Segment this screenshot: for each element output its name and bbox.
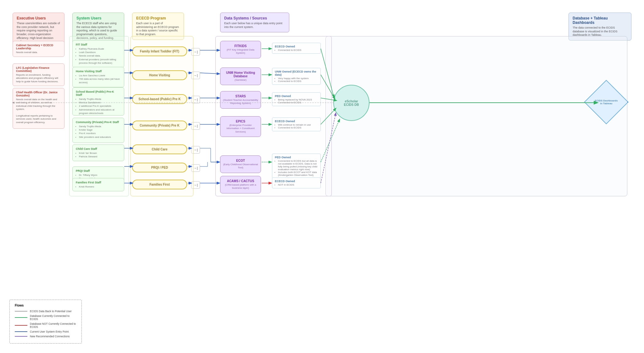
eceop-title: ECECD Program	[136, 16, 180, 20]
exec-card-lfc: LFC (Legislative Finance Committee) Repo…	[13, 63, 64, 86]
legend-label-purple: New Recommended Connections	[30, 335, 70, 338]
data-header: Data Systems / Sources Each user below h…	[220, 13, 289, 32]
db-title: Database + Tableau Dashboards	[573, 16, 627, 25]
legend-item-blue: Current User System Entry Point	[15, 330, 76, 333]
exec-title: Executive Users	[17, 16, 60, 20]
legend-label-gray: ECIDS Data Back to Potential User	[30, 310, 72, 313]
exec-card-chiefhealth-title: Chief Health Officer (Dr. Janice Gonzale…	[16, 91, 61, 97]
legend: Flows ECIDS Data Back to Potential User …	[9, 300, 82, 344]
eceop-desc: Each user is a part of administering an …	[136, 22, 180, 36]
legend-line-blue	[15, 331, 27, 332]
exec-card-chiefhealth-desc: Needs overall data on the health and wel…	[16, 98, 61, 124]
exec-card-chiefhealth: Chief Health Officer (Dr. Janice Gonzale…	[13, 88, 64, 129]
legend-line-gray	[15, 311, 27, 312]
legend-line-green	[15, 317, 27, 318]
exec-card-lfc-desc: Reports on enrollment, funding allocatio…	[16, 73, 61, 83]
legend-label-red: Database NOT Currently Connected to ECID…	[30, 322, 76, 329]
sys-users-region	[69, 36, 129, 196]
data-desc: Each user below has a unique data entry …	[224, 22, 285, 29]
eceop-header: ECECD Program Each user is a part of adm…	[132, 13, 184, 40]
legend-line-red	[15, 325, 27, 326]
data-title: Data Systems / Sources	[224, 16, 285, 20]
legend-item-gray: ECIDS Data Back to Potential User	[15, 310, 76, 313]
exec-card-lfc-title: LFC (Legislative Finance Committee)	[16, 66, 61, 73]
db-desc: The data connected to the ECIDS database…	[573, 26, 627, 37]
datasrc-region	[215, 36, 332, 196]
legend-item-red: Database NOT Currently Connected to ECID…	[15, 322, 76, 329]
legend-line-purple	[15, 336, 27, 337]
legend-item-green: Database Currently Connected to ECIDS	[15, 314, 76, 321]
legend-label-green: Database Currently Connected to ECIDS	[30, 314, 76, 321]
canvas: Executive Users These users/entities are…	[0, 0, 644, 353]
legend-item-purple: New Recommended Connections	[15, 335, 76, 338]
exec-desc: These users/entities are outside of the …	[17, 22, 60, 44]
db-section-box	[325, 36, 627, 196]
system-title: System Users	[76, 16, 120, 20]
legend-title: Flows	[15, 304, 76, 307]
exec-card-cabinet: Cabinet Secretary + ECECD Leadership Nee…	[13, 41, 64, 57]
programs-region	[130, 36, 193, 196]
legend-label-blue: Current User System Entry Point	[30, 330, 69, 333]
exec-card-cabinet-title: Cabinet Secretary + ECECD Leadership	[16, 44, 61, 50]
exec-card-cabinet-desc: Needs overall data.	[16, 51, 61, 54]
